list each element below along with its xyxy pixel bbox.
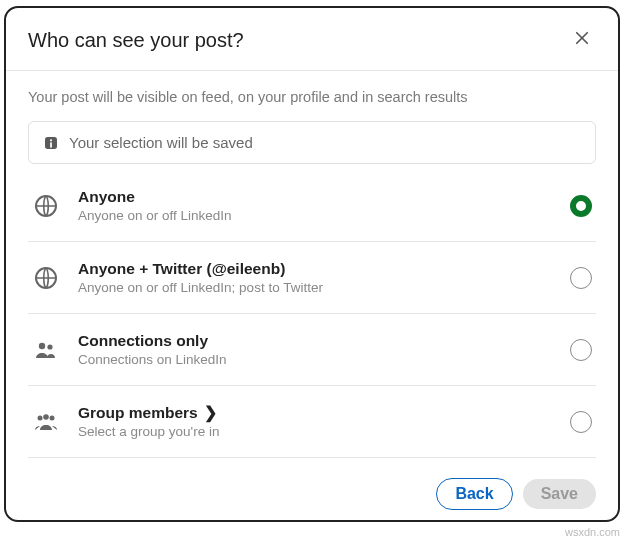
people-three-icon (32, 408, 60, 436)
radio-selected[interactable] (570, 195, 592, 217)
svg-point-3 (50, 139, 52, 141)
save-button[interactable]: Save (523, 479, 596, 509)
option-title-text: Group members (78, 404, 198, 422)
option-title: Anyone + Twitter (@eileenb) (78, 260, 285, 278)
info-icon (43, 135, 59, 151)
watermark-text: wsxdn.com (565, 526, 620, 538)
svg-point-9 (38, 415, 43, 420)
people-two-icon (32, 336, 60, 364)
close-button[interactable] (568, 26, 596, 54)
option-text: Connections only Connections on LinkedIn (78, 332, 560, 367)
option-desc: Anyone on or off LinkedIn; post to Twitt… (78, 280, 560, 295)
radio-unselected[interactable] (570, 339, 592, 361)
back-button[interactable]: Back (436, 478, 512, 510)
modal-header: Who can see your post? (6, 8, 618, 71)
option-desc: Anyone on or off LinkedIn (78, 208, 560, 223)
modal-title: Who can see your post? (28, 29, 244, 52)
visibility-modal: Who can see your post? Your post will be… (4, 6, 620, 522)
option-group-members[interactable]: Group members ❯ Select a group you're in (28, 386, 596, 458)
svg-point-11 (50, 415, 55, 420)
option-text: Anyone Anyone on or off LinkedIn (78, 188, 560, 223)
svg-point-8 (47, 344, 52, 349)
option-connections[interactable]: Connections only Connections on LinkedIn (28, 314, 596, 386)
subtitle-text: Your post will be visible on feed, on yo… (28, 89, 596, 105)
option-title: Connections only (78, 332, 208, 350)
option-title: Group members ❯ (78, 404, 217, 422)
modal-footer: Back Save (6, 468, 618, 520)
chevron-right-icon: ❯ (204, 404, 217, 422)
radio-unselected[interactable] (570, 267, 592, 289)
svg-rect-4 (50, 142, 52, 147)
option-text: Group members ❯ Select a group you're in (78, 404, 560, 439)
radio-unselected[interactable] (570, 411, 592, 433)
info-text: Your selection will be saved (69, 134, 253, 151)
svg-point-10 (43, 414, 49, 420)
option-desc: Select a group you're in (78, 424, 560, 439)
info-banner: Your selection will be saved (28, 121, 596, 164)
svg-point-7 (39, 342, 45, 348)
globe-icon (32, 192, 60, 220)
options-list: Anyone Anyone on or off LinkedIn Anyone … (28, 170, 596, 458)
globe-icon (32, 264, 60, 292)
option-text: Anyone + Twitter (@eileenb) Anyone on or… (78, 260, 560, 295)
option-anyone[interactable]: Anyone Anyone on or off LinkedIn (28, 170, 596, 242)
option-anyone-twitter[interactable]: Anyone + Twitter (@eileenb) Anyone on or… (28, 242, 596, 314)
modal-body: Your post will be visible on feed, on yo… (6, 71, 618, 468)
option-title: Anyone (78, 188, 135, 206)
option-desc: Connections on LinkedIn (78, 352, 560, 367)
close-icon (573, 29, 591, 51)
